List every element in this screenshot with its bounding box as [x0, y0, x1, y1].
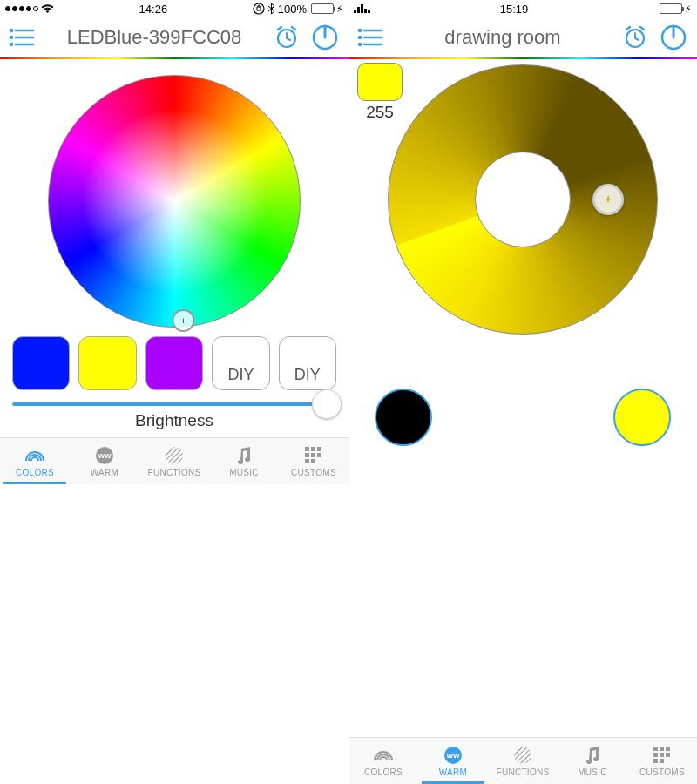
timer-button[interactable] [274, 24, 300, 51]
grid-icon [652, 745, 673, 766]
svg-point-3 [10, 37, 12, 38]
device-name: drawing room [383, 26, 622, 49]
svg-rect-18 [311, 453, 315, 457]
svg-point-24 [359, 37, 361, 38]
tab-warm[interactable]: WW WARM [418, 738, 488, 784]
tab-music[interactable]: MUSIC [558, 738, 627, 784]
tab-label: MUSIC [578, 767, 607, 777]
preset-black[interactable] [375, 389, 432, 446]
color-swatches: DIY DIY [0, 329, 348, 397]
tab-music[interactable]: MUSIC [209, 438, 279, 484]
brightness-thumb[interactable] [312, 389, 342, 419]
svg-rect-38 [653, 753, 658, 757]
swatch-preset[interactable] [12, 336, 70, 390]
brightness-label: Brightness [12, 411, 336, 430]
tab-colors[interactable]: COLORS [348, 738, 418, 784]
power-icon [659, 23, 688, 52]
swatch-diy[interactable]: DIY [279, 336, 336, 390]
header: LEDBlue-399FCC08 [0, 17, 348, 57]
tab-customs[interactable]: CUSTOMS [627, 738, 697, 784]
svg-rect-21 [311, 459, 315, 463]
preset-yellow[interactable] [613, 389, 671, 446]
rainbow-icon [24, 445, 45, 466]
rainbow-icon [373, 745, 394, 766]
tab-bar: COLORS WW WARM FUNCTIONS MUSIC CUSTOMS [0, 437, 348, 484]
tab-customs[interactable]: CUSTOMS [279, 438, 348, 484]
tab-colors[interactable]: COLORS [0, 438, 70, 484]
svg-rect-36 [660, 747, 664, 751]
header: drawing room [348, 17, 697, 57]
status-bar: 14:26 100% ⚡︎ [0, 0, 348, 17]
swatch-preset[interactable] [78, 336, 136, 390]
svg-text:WW: WW [446, 752, 460, 760]
brightness-slider[interactable] [12, 402, 336, 406]
svg-point-13 [166, 447, 183, 464]
svg-rect-37 [666, 747, 670, 751]
svg-rect-39 [660, 753, 664, 757]
svg-point-34 [514, 747, 531, 764]
svg-point-1 [10, 30, 12, 31]
tab-label: COLORS [364, 767, 403, 777]
warm-wheel[interactable] [388, 64, 658, 335]
tab-label: COLORS [16, 468, 54, 477]
tab-bar: COLORS WW WARM FUNCTIONS MUSIC CUSTOMS [348, 737, 697, 784]
current-color-value: 255 [357, 103, 403, 122]
svg-rect-40 [666, 753, 670, 757]
svg-point-26 [359, 44, 361, 45]
menu-button[interactable] [9, 28, 35, 47]
color-wheel[interactable] [48, 75, 301, 328]
music-icon [582, 745, 603, 766]
svg-rect-17 [305, 453, 309, 457]
tab-functions[interactable]: FUNCTIONS [488, 738, 558, 784]
svg-rect-15 [311, 447, 315, 451]
orientation-lock-icon [253, 3, 265, 15]
wheel-indicator[interactable] [172, 309, 194, 332]
list-icon [9, 28, 35, 47]
current-color-swatch [357, 63, 403, 101]
tab-label: CUSTOMS [639, 767, 685, 777]
wifi-icon [41, 3, 54, 14]
timer-button[interactable] [622, 24, 648, 51]
status-bar: 15:19 ⚡︎ [348, 0, 697, 17]
svg-point-22 [359, 30, 361, 31]
tab-label: WARM [439, 767, 468, 777]
svg-rect-35 [653, 747, 658, 751]
svg-rect-20 [305, 459, 309, 463]
battery-percent: 100% [278, 3, 307, 16]
status-time: 15:19 [500, 3, 529, 16]
music-icon [233, 445, 254, 466]
alarm-icon [622, 24, 648, 51]
grid-icon [303, 445, 324, 466]
svg-point-5 [10, 44, 12, 45]
status-time: 14:26 [139, 3, 168, 16]
power-button[interactable] [659, 23, 688, 52]
charging-icon: ⚡︎ [685, 3, 692, 15]
device-name: LEDBlue-399FCC08 [35, 26, 274, 49]
tab-label: WARM [91, 468, 119, 477]
alarm-icon [274, 24, 300, 51]
hatch-icon [512, 745, 533, 766]
charging-icon: ⚡︎ [336, 3, 343, 15]
svg-rect-14 [305, 447, 309, 451]
tab-warm[interactable]: WW WARM [70, 438, 139, 484]
tab-label: MUSIC [229, 468, 259, 477]
power-button[interactable] [310, 23, 340, 52]
svg-rect-19 [317, 453, 321, 457]
swatch-preset[interactable] [145, 336, 203, 390]
list-icon [357, 28, 383, 47]
svg-rect-41 [653, 759, 658, 763]
tab-label: CUSTOMS [291, 468, 336, 477]
hatch-icon [164, 445, 185, 466]
carrier-dots-icon [5, 6, 38, 11]
svg-text:WW: WW [98, 452, 112, 460]
battery-icon [311, 3, 334, 14]
svg-rect-42 [660, 759, 664, 763]
warm-icon: WW [443, 745, 464, 766]
swatch-diy[interactable]: DIY [212, 336, 269, 390]
power-icon [310, 23, 340, 52]
warm-indicator[interactable] [592, 184, 624, 215]
tab-label: FUNCTIONS [147, 468, 200, 477]
battery-icon [660, 3, 682, 14]
menu-button[interactable] [357, 28, 383, 47]
tab-functions[interactable]: FUNCTIONS [139, 438, 209, 484]
